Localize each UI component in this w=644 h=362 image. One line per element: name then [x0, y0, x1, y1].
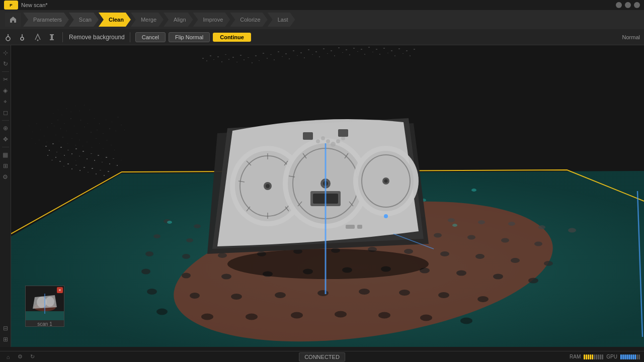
gpu-seg-1	[620, 354, 622, 359]
svg-rect-12	[70, 118, 71, 119]
scene-canvas[interactable]: × scan 1	[11, 45, 644, 347]
status-right: RAM GPU	[570, 354, 640, 359]
svg-rect-35	[75, 145, 76, 146]
svg-point-175	[359, 289, 370, 295]
svg-rect-53	[84, 105, 85, 106]
grid-icon[interactable]: ▦	[1, 150, 10, 159]
svg-rect-36	[79, 140, 80, 140]
brush-3-icon[interactable]	[32, 32, 43, 43]
svg-rect-271	[308, 49, 309, 50]
sidebar-sep-1	[2, 71, 9, 72]
pipeline-step-last[interactable]: Last	[268, 13, 295, 27]
flip-normal-button[interactable]: Flip Normal	[169, 32, 210, 42]
cut-tool-icon[interactable]: ✂	[1, 75, 10, 84]
svg-rect-21	[99, 123, 100, 124]
camera-icon[interactable]: ⊟	[1, 324, 10, 333]
pipeline-step-colorize[interactable]: Colorize	[230, 13, 267, 27]
svg-rect-74	[44, 136, 45, 136]
refresh-status-icon[interactable]: ↻	[28, 353, 36, 361]
svg-point-143	[434, 233, 442, 238]
svg-rect-105	[63, 166, 64, 166]
cancel-button[interactable]: Cancel	[135, 32, 166, 42]
svg-rect-111	[88, 172, 89, 172]
zoom-icon[interactable]: ⊕	[1, 124, 10, 133]
ram-seg-6	[594, 354, 595, 359]
pan-icon[interactable]: ✥	[1, 135, 10, 144]
home-button[interactable]	[5, 13, 21, 27]
gpu-seg-5	[628, 354, 630, 359]
brush-2-icon[interactable]	[18, 32, 29, 43]
thumbnail-panel[interactable]: × scan 1	[25, 286, 64, 327]
svg-rect-71	[32, 132, 33, 132]
pipeline-step-clean[interactable]: Clean	[99, 13, 131, 27]
svg-rect-50	[70, 112, 71, 112]
svg-rect-261	[270, 54, 272, 55]
pipeline-step-improve[interactable]: Improve	[193, 13, 230, 27]
maximize-button[interactable]	[625, 2, 631, 8]
svg-rect-246	[213, 59, 214, 60]
erase-tool-icon[interactable]: ◈	[1, 86, 10, 95]
continue-button[interactable]: Continue	[213, 33, 251, 42]
home-status-icon[interactable]: ⌂	[4, 353, 12, 361]
svg-point-196	[227, 249, 429, 279]
pipeline-step-merge[interactable]: Merge	[131, 13, 164, 27]
svg-rect-282	[349, 54, 350, 55]
svg-point-2	[37, 39, 39, 41]
minimize-button[interactable]	[616, 2, 622, 8]
rotate-tool-icon[interactable]: ↻	[1, 59, 10, 68]
svg-rect-243	[202, 58, 204, 59]
svg-point-238	[316, 139, 320, 143]
svg-rect-89	[75, 148, 77, 149]
settings-icon[interactable]: ⚙	[1, 172, 10, 182]
svg-rect-266	[289, 58, 290, 59]
svg-rect-59	[70, 155, 71, 155]
svg-rect-60	[75, 160, 76, 161]
svg-point-168	[493, 274, 503, 280]
svg-rect-44	[111, 145, 112, 145]
3d-viewport[interactable]: × scan 1	[11, 45, 644, 347]
svg-point-130	[448, 218, 455, 222]
select-tool-icon[interactable]: ⊹	[1, 48, 10, 57]
svg-rect-277	[331, 50, 332, 51]
svg-point-183	[335, 311, 347, 318]
measure-icon[interactable]: ⊞	[1, 161, 10, 170]
svg-rect-38	[87, 142, 88, 142]
ram-seg-10	[602, 354, 603, 359]
svg-rect-17	[88, 123, 88, 124]
pipeline-step-scan[interactable]: Scan	[69, 13, 99, 27]
titlebar: P New scan*	[0, 0, 644, 10]
svg-rect-262	[274, 59, 275, 60]
thumbnail-close-button[interactable]: ×	[57, 287, 63, 293]
svg-point-133	[538, 225, 545, 229]
svg-point-156	[475, 254, 485, 259]
pipeline-step-align[interactable]: Align	[164, 13, 193, 27]
pipeline-step-parameters[interactable]: Parameters	[23, 13, 69, 27]
brush-4-icon[interactable]	[46, 32, 57, 43]
svg-rect-80	[46, 142, 47, 142]
svg-rect-231	[346, 225, 355, 229]
svg-rect-268	[297, 55, 298, 56]
ram-label: RAM	[570, 354, 581, 359]
ram-seg-3	[588, 354, 589, 359]
svg-rect-279	[338, 47, 340, 48]
close-button[interactable]	[634, 2, 640, 8]
svg-rect-275	[323, 48, 325, 49]
brush-1-icon[interactable]	[4, 32, 15, 43]
svg-rect-253	[240, 55, 242, 56]
status-icons-left: ⌂ ⚙ ↻	[4, 353, 36, 361]
settings-status-icon[interactable]: ⚙	[16, 353, 24, 361]
svg-rect-83	[52, 143, 54, 144]
svg-point-145	[501, 238, 509, 243]
svg-rect-291	[383, 48, 385, 49]
rect-sel-icon[interactable]: ◻	[1, 108, 10, 117]
record-icon[interactable]: ⊞	[1, 335, 10, 344]
svg-rect-70	[29, 126, 30, 126]
svg-rect-272	[312, 54, 313, 55]
svg-rect-286	[364, 54, 365, 55]
svg-rect-8	[57, 120, 58, 120]
svg-rect-107	[71, 168, 72, 169]
svg-rect-98	[109, 163, 110, 164]
lasso-tool-icon[interactable]: ⌖	[1, 97, 10, 106]
svg-point-0	[6, 37, 10, 41]
svg-rect-232	[357, 225, 362, 229]
